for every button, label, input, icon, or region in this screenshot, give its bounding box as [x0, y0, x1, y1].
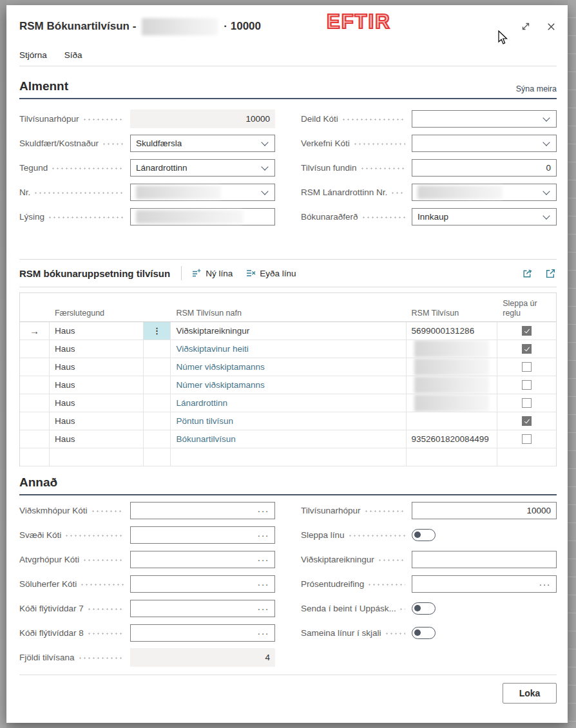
checkbox-unchecked[interactable] [522, 380, 532, 390]
dropdown-rsm-l-nardrottinn-nr[interactable] [412, 184, 557, 201]
cell-rsm-tilvisun[interactable]: 5699000131286 [407, 322, 498, 340]
dotted-leader [365, 510, 405, 512]
dropdown-b-kunara-fer[interactable]: Innkaup [412, 208, 557, 225]
checkbox-unchecked[interactable] [522, 362, 532, 372]
section-header-almennt: Almennt Sýna meira [19, 79, 557, 99]
section-title-almennt: Almennt [19, 79, 68, 93]
cell-faerslutegund[interactable]: Haus [50, 394, 144, 412]
check-mark-icon [524, 417, 529, 423]
new-line-button[interactable]: Ný lína [191, 268, 233, 278]
cell-rsm-tilvisun[interactable] [407, 412, 498, 430]
cell-rsm-tilvisun[interactable] [407, 340, 498, 358]
cell-faerslutegund[interactable]: Haus [50, 412, 144, 430]
cell-rsm-tilvisun[interactable] [407, 376, 498, 394]
window-controls [520, 21, 557, 32]
open-in-new-window-icon[interactable] [544, 267, 557, 280]
dropdown-skuldf-rt-kostna-ur[interactable]: Skuldfærsla [130, 135, 275, 152]
cell-faerslutegund[interactable]: Haus [50, 430, 144, 448]
lookup-atvgrh-pur-k-ti[interactable]: ··· [130, 551, 275, 568]
menu-item-stjorna[interactable]: Stjórna [19, 50, 47, 60]
dropdown-verkefni-k-ti[interactable] [412, 135, 557, 152]
cell-row-options[interactable] [144, 394, 171, 412]
toolbar-separator [181, 266, 182, 280]
field-rsm-l-nardrottinn-nr: RSM Lánardrottinn Nr. [301, 184, 557, 201]
show-more-link[interactable]: Sýna meira [516, 84, 557, 93]
cell-row-options[interactable] [144, 358, 171, 376]
dropdown-deild-k-ti[interactable] [412, 110, 557, 128]
checkbox-checked[interactable] [522, 416, 532, 426]
close-window-icon[interactable] [545, 21, 557, 32]
cell-rsm-tilvisun-nafn[interactable]: Viðskiptareikningur [171, 322, 406, 340]
cell-row-options[interactable] [144, 448, 171, 466]
input-vi-skiptareikningur[interactable] [412, 551, 557, 568]
input-l-sing[interactable] [130, 208, 275, 225]
delete-line-button[interactable]: Eyða línu [245, 268, 296, 278]
lookup-vi-skmh-pur-k-ti[interactable]: ··· [130, 502, 275, 519]
dropdown-nr[interactable] [130, 184, 275, 201]
cell-faerslutegund[interactable] [50, 448, 144, 466]
cell-row-options[interactable]: ⋮ [144, 322, 171, 340]
cell-rsm-tilvisun-nafn[interactable]: Númer viðskiptamanns [171, 358, 406, 376]
column-header-sleppa-ur-reglu[interactable]: Sleppa úr reglu [497, 293, 556, 321]
lookup-k-i-fl-tiv-ddar-7[interactable]: ··· [130, 600, 275, 617]
cell-faerslutegund[interactable]: Haus [50, 340, 144, 358]
cell-rsm-tilvisun-nafn[interactable]: Viðskiptavinur heiti [171, 340, 406, 358]
toggle-switch-senda-beint-upp-sk[interactable] [412, 602, 436, 615]
share-icon[interactable] [521, 267, 533, 280]
checkbox-unchecked[interactable] [522, 398, 532, 408]
checkbox-checked[interactable] [522, 344, 532, 354]
grid-table-body: →Haus⋮Viðskiptareikningur5699000131286Ha… [20, 322, 556, 466]
ellipsis-lookup-icon[interactable]: ··· [258, 508, 270, 514]
dotted-leader [92, 510, 124, 512]
cell-rsm-tilvisun-nafn[interactable]: Númer viðskiptamanns [171, 376, 406, 394]
readonly-field-fj-ldi-tilv-sana: 4 [130, 648, 275, 667]
cell-rsm-tilvisun-nafn[interactable]: Pöntun tilvísun [171, 412, 406, 430]
column-header-rsm-tilvisun[interactable]: RSM Tilvísun [407, 293, 498, 321]
ellipsis-lookup-icon[interactable]: ··· [539, 581, 552, 588]
checkbox-unchecked[interactable] [522, 434, 532, 444]
cell-row-options[interactable] [144, 430, 171, 448]
cell-row-options[interactable] [144, 376, 171, 394]
input-tilv-sunarh-pur[interactable]: 10000 [412, 502, 557, 519]
lookup-sv-i-k-ti[interactable]: ··· [130, 526, 275, 544]
cell-rsm-tilvisun-nafn[interactable]: Lánardrottinn [171, 394, 406, 412]
cell-row-options[interactable] [144, 340, 171, 358]
loka-button[interactable]: Loka [503, 683, 557, 704]
ellipsis-lookup-icon[interactable]: ··· [258, 630, 270, 637]
cell-rsm-tilvisun-nafn[interactable]: Bókunartilvísun [171, 430, 406, 448]
ellipsis-lookup-icon[interactable]: ··· [258, 581, 270, 588]
cell-rsm-tilvisun[interactable] [407, 448, 498, 466]
lookup-pr-sentudreifing[interactable]: ··· [412, 575, 557, 593]
dropdown-tegund[interactable]: Lánardrottinn [130, 159, 275, 177]
cell-rsm-tilvisun[interactable]: 9352601820084499 [407, 430, 498, 448]
toggle-switch-sleppa-l-nu[interactable] [412, 529, 436, 541]
cell-rsm-tilvisun-nafn[interactable] [171, 448, 406, 466]
table-row: HausLánardrottinn [20, 394, 556, 412]
field-label-k-i-fl-tiv-ddar-8: Kóði flýtivíddar 8 [19, 628, 84, 638]
field-tilv-sunarh-pur: Tilvísunarhópur10000 [301, 502, 557, 519]
page-title-suffix: · 10000 [224, 20, 261, 33]
ellipsis-lookup-icon[interactable]: ··· [258, 606, 270, 612]
cell-rsm-tilvisun[interactable] [407, 358, 498, 376]
ellipsis-lookup-icon[interactable]: ··· [258, 557, 270, 563]
input-tilv-sun-fundin[interactable]: 0 [412, 159, 557, 177]
cell-faerslutegund[interactable]: Haus [50, 358, 144, 376]
checkbox-checked[interactable] [522, 326, 532, 336]
toggle-switch-sameina-l-nur-skjali[interactable] [412, 627, 436, 639]
lookup-s-luherfer-k-ti[interactable]: ··· [130, 575, 275, 593]
cell-rsm-tilvisun[interactable] [407, 394, 498, 412]
expand-window-icon[interactable] [520, 21, 532, 32]
field-label-nr: Nr. [19, 187, 30, 197]
cell-row-options[interactable] [144, 412, 171, 430]
dotted-leader [103, 143, 124, 145]
ellipsis-lookup-icon[interactable]: ··· [258, 532, 270, 539]
cell-faerslutegund[interactable]: Haus [50, 376, 144, 394]
field-label-l-sing: Lýsing [19, 212, 44, 222]
page-menu: Stjórna Síða [6, 43, 568, 66]
menu-item-sida[interactable]: Síða [64, 50, 82, 60]
cell-faerslutegund[interactable]: Haus [50, 322, 144, 340]
column-header-faerslutegund[interactable]: Færslutegund [50, 293, 144, 321]
new-line-label: Ný lína [206, 269, 233, 278]
column-header-tilvisun-nafn[interactable]: RSM Tilvísun nafn [171, 293, 406, 321]
lookup-k-i-fl-tiv-ddar-8[interactable]: ··· [130, 624, 275, 642]
